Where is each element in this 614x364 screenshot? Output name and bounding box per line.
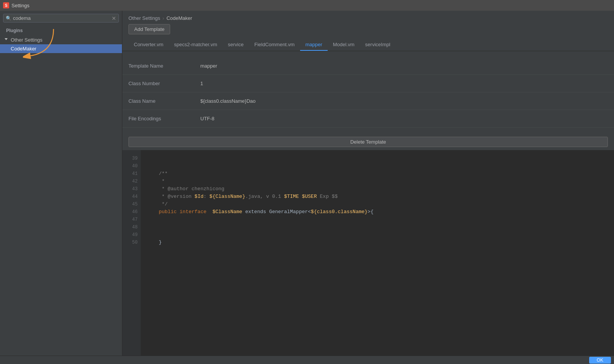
form-row-file-encodings: File Encodings bbox=[122, 110, 614, 128]
tab-converter[interactable]: Converter.vm bbox=[128, 39, 169, 51]
search-input-wrap[interactable]: 🔍 ✕ bbox=[3, 14, 119, 23]
line-num-48: 48 bbox=[122, 223, 141, 231]
ok-button[interactable]: OK bbox=[589, 357, 611, 364]
app-title: Settings bbox=[11, 3, 29, 8]
tab-fieldcomment[interactable]: FieldComment.vm bbox=[249, 39, 300, 51]
main-layout: 🔍 ✕ Plugins Other Settings CodeMaker bbox=[0, 11, 614, 356]
form-area: Template Name Class Number Class Name Fi… bbox=[122, 51, 614, 134]
label-template-name: Template Name bbox=[128, 63, 197, 69]
tab-specs2[interactable]: specs2-matcher.vm bbox=[169, 39, 223, 51]
tab-mapper[interactable]: mapper bbox=[300, 39, 328, 51]
line-num-50: 50 bbox=[122, 239, 141, 246]
code-editor[interactable]: 39 40 41 42 43 44 45 46 47 48 49 50 /** … bbox=[122, 150, 614, 356]
title-bar: S Settings bbox=[0, 0, 614, 11]
line-num-42: 42 bbox=[122, 178, 141, 185]
search-clear-icon[interactable]: ✕ bbox=[112, 16, 116, 21]
form-row-template-name: Template Name bbox=[122, 57, 614, 75]
input-file-encodings[interactable] bbox=[197, 114, 608, 123]
tabs-bar: Converter.vm specs2-matcher.vm service F… bbox=[122, 39, 614, 51]
search-bar: 🔍 ✕ bbox=[0, 11, 122, 26]
search-input[interactable] bbox=[13, 15, 110, 21]
other-settings-group[interactable]: Other Settings bbox=[0, 36, 122, 44]
tab-serviceimpl[interactable]: serviceImpl bbox=[360, 39, 396, 51]
label-class-number: Class Number bbox=[128, 81, 197, 86]
line-num-39: 39 bbox=[122, 155, 141, 162]
line-num-46: 46 bbox=[122, 208, 141, 216]
search-icon: 🔍 bbox=[6, 16, 11, 21]
line-num-41: 41 bbox=[122, 170, 141, 178]
add-template-button[interactable]: Add Template bbox=[128, 24, 170, 34]
input-template-name[interactable] bbox=[197, 61, 608, 71]
line-num-45: 45 bbox=[122, 201, 141, 208]
plugins-section-label: Plugins bbox=[0, 26, 122, 36]
delete-template-button[interactable]: Delete Template bbox=[128, 137, 608, 147]
codemaker-item-wrapper: CodeMaker bbox=[0, 44, 122, 53]
input-class-name[interactable] bbox=[197, 97, 608, 106]
line-num-40: 40 bbox=[122, 162, 141, 170]
form-row-class-number: Class Number bbox=[122, 75, 614, 92]
breadcrumb-current: CodeMaker bbox=[166, 15, 192, 21]
label-file-encodings: File Encodings bbox=[128, 116, 197, 121]
breadcrumb: Other Settings › CodeMaker bbox=[122, 11, 614, 24]
sidebar: 🔍 ✕ Plugins Other Settings CodeMaker bbox=[0, 11, 122, 356]
line-num-49: 49 bbox=[122, 231, 141, 239]
form-row-class-name: Class Name bbox=[122, 92, 614, 110]
app-icon: S bbox=[3, 2, 9, 8]
other-settings-label: Other Settings bbox=[11, 37, 42, 43]
line-num-43: 43 bbox=[122, 185, 141, 193]
code-content[interactable]: /** * * @author chenzhicong * @version $… bbox=[141, 150, 614, 356]
sidebar-item-codemaker[interactable]: CodeMaker bbox=[0, 44, 122, 53]
line-numbers: 39 40 41 42 43 44 45 46 47 48 49 50 bbox=[122, 150, 141, 356]
content-area: Other Settings › CodeMaker Add Template … bbox=[122, 11, 614, 356]
label-class-name: Class Name bbox=[128, 98, 197, 104]
input-class-number[interactable] bbox=[197, 79, 608, 88]
line-num-47: 47 bbox=[122, 216, 141, 223]
line-num-44: 44 bbox=[122, 193, 141, 201]
breadcrumb-parent: Other Settings bbox=[128, 15, 160, 21]
breadcrumb-separator: › bbox=[162, 15, 164, 21]
tab-service[interactable]: service bbox=[223, 39, 249, 51]
tab-modelvm[interactable]: Model.vm bbox=[328, 39, 360, 51]
bottom-bar: OK bbox=[0, 356, 614, 364]
triangle-icon bbox=[5, 38, 8, 42]
